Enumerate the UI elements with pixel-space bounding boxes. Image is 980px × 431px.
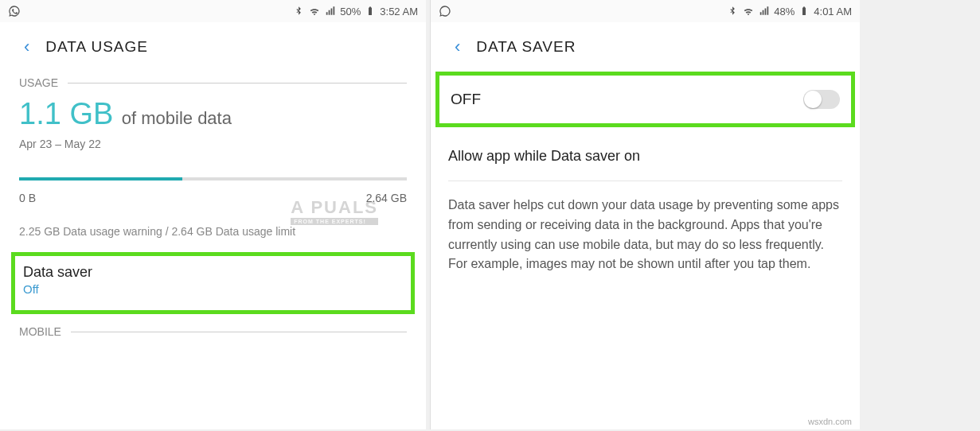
bluetooth-icon [292, 5, 305, 17]
divider [448, 181, 842, 181]
left-screenshot: 50% 3:52 AM ‹ DATA USAGE USAGE 1.1 GB of… [0, 0, 426, 429]
signal-icon [758, 5, 771, 17]
toggle-state-label: OFF [451, 91, 481, 108]
status-bar: 48% 4:01 AM [431, 0, 860, 22]
usage-date-range: Apr 23 – May 22 [19, 138, 407, 150]
data-saver-toggle-row[interactable]: OFF [435, 72, 855, 127]
watermark: A PUALS FROM THE EXPERTS! [291, 197, 378, 225]
wifi-icon [742, 5, 755, 17]
back-icon[interactable]: ‹ [455, 37, 460, 57]
section-mobile: MOBILE [0, 325, 426, 338]
data-saver-state: Off [23, 282, 403, 296]
divider [71, 332, 407, 332]
usage-caption: of mobile data [122, 108, 232, 128]
data-saver-toggle[interactable] [803, 90, 840, 109]
battery-icon [364, 5, 377, 17]
usage-summary: 1.1 GB of mobile data Apr 23 – May 22 [0, 89, 426, 155]
allow-app-row[interactable]: Allow app while Data saver on [431, 135, 860, 177]
page-header: ‹ DATA SAVER [431, 22, 860, 68]
divider [68, 83, 407, 83]
page-title: DATA USAGE [45, 38, 148, 56]
battery-percent: 48% [774, 6, 795, 17]
bar-min-label: 0 B [19, 192, 36, 204]
data-saver-description: Data saver helps cut down your data usag… [431, 184, 860, 285]
source-attribution: wsxdn.com [808, 417, 852, 426]
whatsapp-icon [8, 5, 21, 17]
toggle-knob [804, 91, 822, 108]
watermark-sub: FROM THE EXPERTS! [291, 218, 378, 225]
whatsapp-icon [439, 5, 451, 17]
data-saver-row[interactable]: Data saver Off [11, 252, 415, 314]
usage-amount: 1.1 GB [19, 97, 113, 130]
clock-text: 4:01 AM [814, 6, 852, 17]
wifi-icon [308, 5, 321, 17]
back-icon[interactable]: ‹ [24, 37, 29, 57]
clock-text: 3:52 AM [380, 6, 418, 17]
battery-percent: 50% [340, 6, 361, 17]
section-label: USAGE [19, 76, 58, 89]
watermark-text: A PUALS [291, 197, 378, 217]
bluetooth-icon [726, 5, 739, 17]
section-usage: USAGE [0, 76, 426, 89]
battery-icon [798, 5, 810, 17]
page-title: DATA SAVER [476, 38, 576, 56]
right-screenshot: 48% 4:01 AM ‹ DATA SAVER OFF Allow app w… [430, 0, 860, 429]
page-header: ‹ DATA USAGE [0, 22, 426, 68]
status-bar: 50% 3:52 AM [0, 0, 426, 22]
section-label: MOBILE [19, 325, 61, 338]
bar-fill [19, 177, 182, 181]
data-saver-title: Data saver [23, 264, 403, 281]
signal-icon [324, 5, 337, 17]
